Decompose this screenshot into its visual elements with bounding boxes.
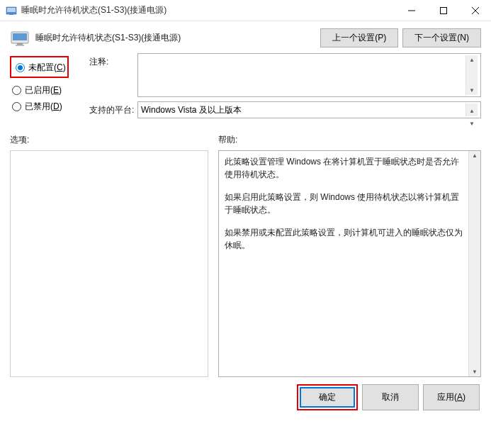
platform-label: 支持的平台: — [89, 101, 137, 118]
apply-button[interactable]: 应用(A) — [423, 384, 480, 410]
help-box: 此策略设置管理 Windows 在将计算机置于睡眠状态时是否允许使用待机状态。 … — [218, 150, 481, 377]
window-controls — [395, 0, 491, 21]
maximize-button[interactable] — [427, 0, 459, 21]
radio-label: 未配置(C) — [28, 62, 66, 74]
next-setting-button[interactable]: 下一个设置(N) — [402, 28, 481, 47]
highlight-not-configured: 未配置(C) — [10, 56, 69, 78]
radio-disabled[interactable]: 已禁用(D) — [10, 99, 89, 115]
radio-label: 已禁用(D) — [25, 101, 62, 113]
header-row: 睡眠时允许待机状态(S1-S3)(接通电源) 上一个设置(P) 下一个设置(N) — [10, 28, 481, 47]
radio-enabled[interactable]: 已启用(E) — [10, 82, 89, 99]
radio-indicator — [16, 63, 25, 72]
scrollbar[interactable]: ▲▼ — [465, 55, 478, 95]
ok-button[interactable]: 确定 — [300, 387, 355, 408]
radio-label: 已启用(E) — [25, 84, 62, 96]
svg-rect-9 — [17, 43, 23, 45]
options-label: 选项: — [10, 134, 208, 146]
svg-rect-2 — [9, 14, 13, 15]
help-text: 此策略设置管理 Windows 在将计算机置于睡眠状态时是否允许使用待机状态。 … — [219, 151, 468, 376]
highlight-ok: 确定 — [297, 384, 358, 410]
svg-rect-4 — [440, 7, 446, 13]
minimize-button[interactable] — [395, 0, 427, 21]
scrollbar[interactable]: ▲▼ — [468, 151, 480, 376]
titlebar: 睡眠时允许待机状态(S1-S3)(接通电源) — [0, 0, 491, 21]
radio-indicator — [12, 86, 21, 95]
radio-group: 未配置(C) 已启用(E) 已禁用(D) — [10, 53, 89, 123]
window-title: 睡眠时允许待机状态(S1-S3)(接通电源) — [21, 4, 167, 16]
radio-not-configured[interactable]: 未配置(C) — [13, 60, 66, 76]
platform-textarea: Windows Vista 及以上版本 ▲▼ — [137, 101, 481, 118]
scrollbar[interactable]: ▲▼ — [465, 103, 478, 116]
cancel-button[interactable]: 取消 — [362, 384, 419, 410]
svg-rect-10 — [16, 45, 24, 46]
app-icon — [6, 5, 17, 16]
help-label: 帮助: — [218, 134, 481, 146]
options-box — [10, 150, 208, 377]
policy-icon — [10, 29, 31, 47]
svg-rect-8 — [13, 33, 27, 40]
close-button[interactable] — [459, 0, 491, 21]
policy-title: 睡眠时允许待机状态(S1-S3)(接通电源) — [35, 32, 320, 44]
footer-buttons: 确定 取消 应用(A) — [10, 384, 481, 410]
radio-indicator — [12, 102, 21, 111]
svg-rect-1 — [7, 8, 16, 12]
comment-label: 注释: — [89, 53, 137, 97]
comment-textarea[interactable]: ▲▼ — [137, 53, 481, 97]
prev-setting-button[interactable]: 上一个设置(P) — [320, 28, 398, 47]
